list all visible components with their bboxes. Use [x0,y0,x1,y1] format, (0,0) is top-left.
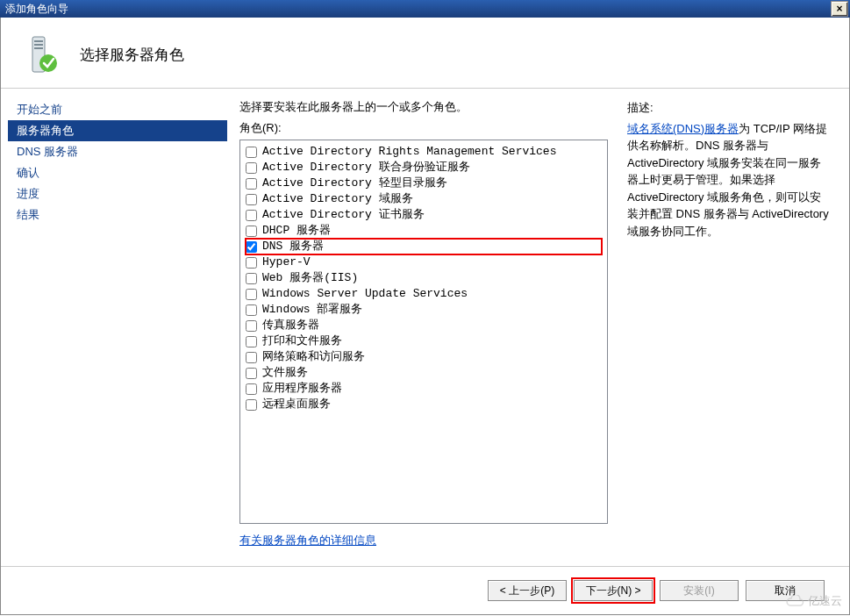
role-row[interactable]: Web 服务器(IIS) [246,270,602,286]
role-label: Web 服务器(IIS) [262,271,358,285]
role-checkbox[interactable] [246,210,257,221]
description-link[interactable]: 域名系统(DNS)服务器 [627,122,739,135]
role-row[interactable]: DHCP 服务器 [246,223,602,239]
sidebar-item-4[interactable]: 进度 [8,183,227,204]
role-checkbox[interactable] [246,226,257,237]
roles-help-link-container: 有关服务器角色的详细信息 [239,533,608,548]
sidebar-item-2[interactable]: DNS 服务器 [8,141,227,162]
sidebar-item-0[interactable]: 开始之前 [8,99,227,120]
role-label: Windows 部署服务 [262,303,362,317]
role-label: 应用程序服务器 [262,382,342,396]
main-pane: 选择要安装在此服务器上的一个或多个角色。 角色(R): Active Direc… [234,89,849,554]
role-checkbox[interactable] [246,241,257,253]
role-checkbox[interactable] [246,194,257,205]
role-label: DHCP 服务器 [262,224,331,238]
role-row[interactable]: Active Directory 轻型目录服务 [246,175,602,191]
role-label: Active Directory 联合身份验证服务 [262,161,470,175]
role-checkbox[interactable] [246,178,257,190]
description-text: 域名系统(DNS)服务器为 TCP/IP 网络提供名称解析。DNS 服务器与 A… [627,120,832,240]
roles-pane: 选择要安装在此服务器上的一个或多个角色。 角色(R): Active Direc… [239,99,608,548]
window-body: 选择服务器角色 开始之前服务器角色DNS 服务器确认进度结果 选择要安装在此服务… [0,18,850,615]
role-row[interactable]: DNS 服务器 [246,239,602,254]
role-row[interactable]: 打印和文件服务 [246,333,602,349]
wizard-sidebar: 开始之前服务器角色DNS 服务器确认进度结果 [1,89,234,554]
role-checkbox[interactable] [246,273,257,284]
role-row[interactable]: Windows 部署服务 [246,302,602,318]
next-button[interactable]: 下一步(N) > [574,580,653,601]
role-checkbox[interactable] [246,399,257,411]
role-label: 文件服务 [262,366,308,380]
role-label: Active Directory 证书服务 [262,208,425,222]
role-checkbox[interactable] [246,289,257,300]
role-checkbox[interactable] [246,336,257,347]
role-label: Active Directory Rights Management Servi… [262,145,556,159]
role-label: Windows Server Update Services [262,287,468,301]
server-role-icon [18,33,61,75]
description-body: 为 TCP/IP 网络提供名称解析。DNS 服务器与 ActiveDirecto… [627,122,829,238]
instruction-text: 选择要安装在此服务器上的一个或多个角色。 [239,99,608,115]
roles-listbox[interactable]: Active Directory Rights Management Servi… [239,140,608,524]
role-row[interactable]: Windows Server Update Services [246,286,602,302]
role-row[interactable]: 网络策略和访问服务 [246,349,602,365]
role-checkbox[interactable] [246,383,257,395]
roles-label: 角色(R): [239,120,608,136]
role-label: Active Directory 域服务 [262,192,413,206]
role-checkbox[interactable] [246,320,257,332]
role-label: 打印和文件服务 [262,334,342,348]
svg-rect-3 [34,47,43,49]
role-checkbox[interactable] [246,257,257,269]
role-label: Hyper-V [262,255,311,269]
role-row[interactable]: 应用程序服务器 [246,381,602,397]
cancel-button[interactable]: 取消 [746,580,825,601]
sidebar-item-1[interactable]: 服务器角色 [8,120,227,141]
page-title: 选择服务器角色 [80,45,184,65]
role-checkbox[interactable] [246,304,257,316]
sidebar-item-3[interactable]: 确认 [8,162,227,183]
titlebar: 添加角色向导 × [0,0,850,18]
role-row[interactable]: Active Directory 联合身份验证服务 [246,160,602,175]
role-row[interactable]: Hyper-V [246,254,602,270]
role-label: 网络策略和访问服务 [262,350,365,364]
role-row[interactable]: Active Directory 域服务 [246,191,602,207]
role-row[interactable]: 传真服务器 [246,318,602,333]
role-row[interactable]: Active Directory Rights Management Servi… [246,144,602,160]
window-title: 添加角色向导 [5,0,68,18]
svg-point-4 [39,54,57,72]
role-label: Active Directory 轻型目录服务 [262,176,447,190]
back-button[interactable]: < 上一步(P) [488,580,567,601]
svg-rect-1 [34,40,43,42]
role-checkbox[interactable] [246,352,257,363]
role-label: 远程桌面服务 [262,398,331,412]
wizard-header: 选择服务器角色 [1,18,849,89]
roles-help-link[interactable]: 有关服务器角色的详细信息 [239,534,376,547]
role-label: DNS 服务器 [262,240,324,254]
role-row[interactable]: 文件服务 [246,365,602,381]
content-area: 开始之前服务器角色DNS 服务器确认进度结果 选择要安装在此服务器上的一个或多个… [1,89,849,554]
role-row[interactable]: Active Directory 证书服务 [246,207,602,223]
close-icon: × [836,0,842,18]
close-button[interactable]: × [831,1,848,17]
description-title: 描述: [627,99,832,117]
role-row[interactable]: 远程桌面服务 [246,397,602,412]
svg-rect-2 [34,44,43,46]
role-checkbox[interactable] [246,162,257,174]
install-button[interactable]: 安装(I) [660,580,739,601]
sidebar-item-5[interactable]: 结果 [8,204,227,226]
wizard-footer: < 上一步(P) 下一步(N) > 安装(I) 取消 [1,566,849,614]
role-checkbox[interactable] [246,147,257,158]
role-label: 传真服务器 [262,319,319,333]
role-checkbox[interactable] [246,368,257,379]
description-pane: 描述: 域名系统(DNS)服务器为 TCP/IP 网络提供名称解析。DNS 服务… [608,99,840,548]
